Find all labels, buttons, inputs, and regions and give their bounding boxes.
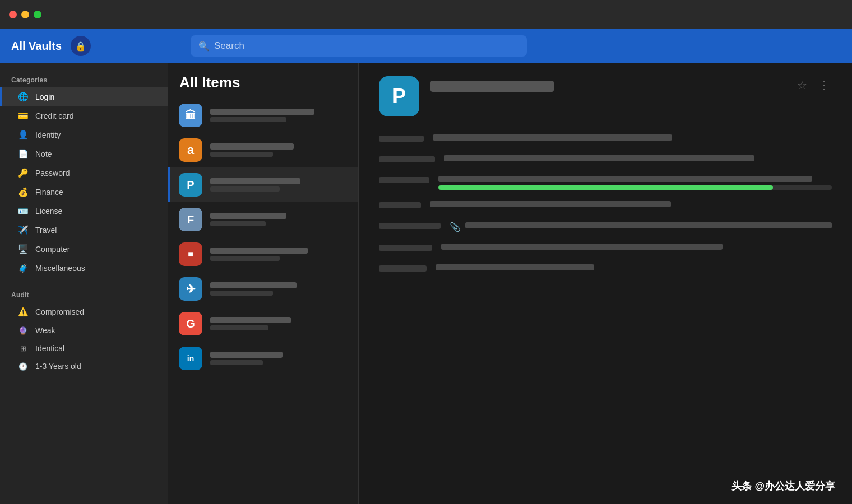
- password-icon: 🔑: [17, 168, 29, 178]
- detail-actions: ☆ ⋮: [795, 76, 832, 94]
- item-title-bar: [210, 213, 286, 219]
- sidebar-item-license[interactable]: 🪪 License: [0, 202, 168, 221]
- item-subtitle-bar: [210, 117, 286, 122]
- sidebar-label-credit-card: Credit card: [35, 111, 73, 120]
- search-input[interactable]: [214, 40, 519, 52]
- search-icon: 🔍: [198, 41, 210, 52]
- item-subtitle-bar: [210, 360, 263, 365]
- detail-field: [379, 264, 832, 274]
- top-bar: All Vaults 🔒 🔍: [0, 29, 852, 63]
- list-item[interactable]: in: [168, 341, 358, 376]
- audit-title: Audit: [0, 287, 168, 302]
- sidebar-label-compromised: Compromised: [35, 307, 84, 316]
- minimize-button[interactable]: [21, 11, 29, 18]
- list-item[interactable]: F: [168, 202, 358, 237]
- header-left: All Vaults 🔒: [11, 36, 179, 56]
- field-value-password: [438, 176, 832, 190]
- field-value-bar: [465, 222, 832, 228]
- list-item-paypal[interactable]: P: [168, 167, 358, 202]
- sidebar-item-identity[interactable]: 👤 Identity: [0, 125, 168, 144]
- item-text: [210, 178, 349, 192]
- sidebar: Categories 🌐 Login 💳 Credit card 👤 Ident…: [0, 63, 168, 504]
- field-value-bar: [430, 201, 671, 207]
- window-chrome: [0, 0, 852, 29]
- detail-app-icon: P: [379, 76, 419, 116]
- sidebar-item-password[interactable]: 🔑 Password: [0, 164, 168, 183]
- detail-field: [379, 201, 832, 211]
- item-icon-flight: ✈: [179, 277, 202, 301]
- field-value-bar: [441, 244, 723, 250]
- detail-header: P ☆ ⋮: [379, 76, 832, 116]
- sidebar-item-credit-card[interactable]: 💳 Credit card: [0, 106, 168, 125]
- app-container: All Vaults 🔒 🔍 Categories 🌐 Login 💳 Cred…: [0, 29, 852, 504]
- field-value: [444, 155, 832, 165]
- sidebar-item-note[interactable]: 📄 Note: [0, 144, 168, 164]
- finance-icon: 💰: [17, 187, 29, 197]
- categories-title: Categories: [0, 72, 168, 87]
- list-item[interactable]: 🏛: [168, 98, 358, 133]
- weak-icon: 🔮: [17, 326, 29, 335]
- license-icon: 🪪: [17, 206, 29, 216]
- item-text: [210, 317, 349, 330]
- strength-bar-fill: [438, 185, 773, 190]
- list-item[interactable]: G: [168, 306, 358, 341]
- sidebar-item-identical[interactable]: ⊞ Identical: [0, 339, 168, 357]
- list-item[interactable]: a: [168, 133, 358, 167]
- field-value: 📎: [450, 222, 832, 232]
- sidebar-label-identical: Identical: [35, 344, 64, 353]
- field-label: [379, 136, 424, 142]
- field-value-bar: [444, 155, 754, 161]
- item-icon-paypal: P: [179, 173, 202, 197]
- sidebar-item-compromised[interactable]: ⚠️ Compromised: [0, 302, 168, 321]
- field-value: [433, 134, 832, 144]
- note-icon: 📄: [17, 149, 29, 159]
- fullscreen-button[interactable]: [34, 11, 41, 18]
- item-icon-linkedin: in: [179, 347, 202, 370]
- sidebar-item-travel[interactable]: ✈️ Travel: [0, 221, 168, 240]
- item-subtitle-bar: [210, 291, 273, 296]
- strength-bar-container: [438, 185, 832, 190]
- computer-icon: 🖥️: [17, 244, 29, 254]
- item-icon-f: F: [179, 208, 202, 231]
- item-text: [210, 248, 349, 261]
- sidebar-item-old[interactable]: 🕐 1-3 Years old: [0, 357, 168, 375]
- item-subtitle-bar: [210, 256, 280, 261]
- sidebar-item-login[interactable]: 🌐 Login: [0, 87, 168, 106]
- item-text: [210, 213, 349, 226]
- detail-field: [379, 155, 832, 165]
- item-title-bar: [210, 317, 291, 323]
- star-button[interactable]: ☆: [795, 76, 809, 94]
- search-bar[interactable]: 🔍: [191, 35, 527, 57]
- field-label: [379, 223, 441, 229]
- close-button[interactable]: [9, 11, 17, 18]
- misc-icon: 🧳: [17, 263, 29, 273]
- sidebar-item-finance[interactable]: 💰 Finance: [0, 183, 168, 202]
- sidebar-item-miscellaneous[interactable]: 🧳 Miscellaneous: [0, 259, 168, 278]
- sidebar-item-weak[interactable]: 🔮 Weak: [0, 321, 168, 339]
- detail-title-area: [430, 76, 784, 96]
- field-value-bar: [438, 176, 812, 182]
- list-item[interactable]: ✈: [168, 272, 358, 306]
- detail-panel: P ☆ ⋮: [359, 63, 852, 504]
- more-button[interactable]: ⋮: [816, 76, 832, 94]
- item-icon-bank: 🏛: [179, 104, 202, 127]
- traffic-lights: [9, 11, 41, 18]
- field-value: [436, 264, 832, 274]
- field-value-bar: [436, 264, 594, 270]
- item-subtitle-bar: [210, 186, 280, 192]
- item-text: [210, 143, 349, 157]
- item-list-title: All Items: [168, 63, 358, 98]
- list-item[interactable]: ■: [168, 237, 358, 272]
- sidebar-label-login: Login: [35, 92, 54, 101]
- sidebar-item-computer[interactable]: 🖥️ Computer: [0, 240, 168, 259]
- identity-icon: 👤: [17, 130, 29, 140]
- item-text: [210, 352, 349, 365]
- field-label: [379, 202, 421, 208]
- item-title-bar: [210, 109, 314, 115]
- sidebar-label-old: 1-3 Years old: [35, 362, 81, 371]
- item-subtitle-bar: [210, 152, 273, 157]
- item-text: [210, 109, 349, 122]
- item-icon-amazon: a: [179, 138, 202, 162]
- old-icon: 🕐: [17, 362, 29, 371]
- field-value: [441, 244, 832, 253]
